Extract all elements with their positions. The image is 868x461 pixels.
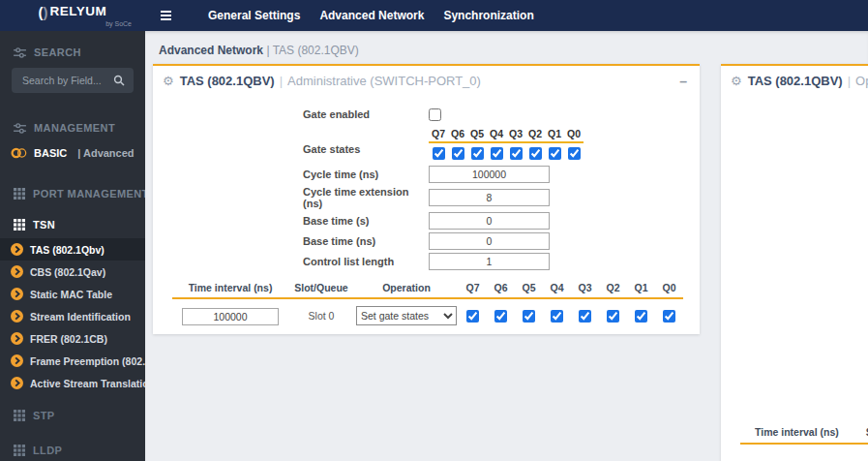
panel-subtitle: Administrative (SWITCH-PORT_0) [287,74,481,89]
sidebar-section-management: MANAGEMENT [0,114,145,141]
base-time-s-label: Base time (s) [303,215,429,227]
sidebar-search-label: SEARCH [34,46,81,58]
table-header-row: Time interval (ns) Slot/Queue Operation … [172,282,683,299]
sidebar-item-tsn[interactable]: TSN [0,211,145,238]
cycle-time-extension-label: Cycle time extension (ns) [303,186,429,209]
table-header-underline [740,443,868,445]
base-time-s-input[interactable] [429,212,550,230]
queue-checkbox[interactable] [635,310,647,323]
queue-checkbox[interactable] [471,147,484,160]
grid-icon [14,410,25,421]
sidebar-stream-id-label: Stream Identification [30,311,131,323]
top-navigation: General Settings Advanced Network Synchr… [189,9,534,22]
panel-title: TAS (802.1QBV) [180,74,275,89]
relyum-logo: () RELYUM by SoCe [0,5,145,27]
sidebar-item-active-stream-translation[interactable]: Active Stream Translation [0,372,145,394]
sidebar-management-label: MANAGEMENT [34,122,115,134]
grid-icon [14,445,25,456]
sidebar-item-tas[interactable]: TAS (802.1Qbv) [0,238,145,261]
control-list-length-input[interactable] [429,253,550,270]
sidebar-port-management-label: PORT MANAGEMENT [33,188,149,200]
toggle-rings-icon [11,147,27,159]
search-input[interactable] [20,74,113,87]
chevron-circle-icon [11,332,23,345]
chevron-circle-icon [11,243,23,256]
queue-label: Q3 [571,282,599,293]
chevron-circle-icon [11,310,23,323]
base-time-ns-label: Base time (ns) [303,235,429,247]
sidebar-frer-label: FRER (802.1CB) [30,333,107,345]
queue-label: Q3 [506,128,525,139]
base-time-ns-input[interactable] [429,232,550,250]
sidebar-item-frame-preemption[interactable]: Frame Preemption (802.1Qbu) [0,350,145,372]
time-interval-input[interactable] [182,308,279,325]
main-content: Advanced Network | TAS (802.1QBV) ⚙ TAS … [145,31,868,461]
sidebar-item-static-mac-table[interactable]: Static MAC Table [0,283,145,305]
breadcrumb-separator: | [266,44,269,57]
panel-header: ⚙ TAS (802.1QBV) | Administrative (SWITC… [153,66,700,97]
queue-label: Q1 [545,128,564,139]
queue-checkbox[interactable] [491,147,503,160]
logo-paren-right: ) [44,5,48,19]
sidebar-tas-label: TAS (802.1Qbv) [30,244,105,256]
queue-checkbox[interactable] [663,310,675,323]
queue-checkbox[interactable] [452,147,464,160]
col-operation: Operation [354,282,459,293]
sidebar-item-stream-identification[interactable]: Stream Identification [0,305,145,327]
queue-label: Q4 [543,282,571,293]
queue-checkbox[interactable] [466,310,479,323]
sidebar-ast-label: Active Stream Translation [30,378,155,389]
queue-checkbox[interactable] [433,147,445,160]
advanced-label: Advanced [83,147,135,159]
queue-label: Q2 [599,282,627,293]
gate-states-checkboxes [429,147,584,160]
queue-checkbox[interactable] [549,147,561,160]
queue-checkbox[interactable] [529,147,542,160]
cycle-time-extension-input[interactable] [429,189,550,206]
breadcrumb: Advanced Network | TAS (802.1QBV) [145,31,868,57]
cycle-time-input[interactable] [429,166,550,183]
col-queues: Q7Q6Q5Q4Q3Q2Q1Q0 [459,282,683,293]
topnav-general-settings[interactable]: General Settings [208,9,300,22]
panel-header: ⚙ TAS (802.1QBV) | Operative (SWITCH-POR… [721,66,868,97]
queue-checkbox[interactable] [579,310,591,323]
queue-checkbox[interactable] [568,147,581,160]
row-queue-checkboxes [459,310,683,323]
sidebar-search-box[interactable] [12,68,134,93]
gate-enabled-label: Gate enabled [303,108,429,120]
panel-title-separator: | [848,74,851,89]
queue-checkbox[interactable] [523,310,535,323]
col-time-interval: Time interval (ns) [755,426,839,438]
tas-admin-form: Gate enabled Gate states Q7Q6Q5Q4Q3Q2Q1Q… [153,105,700,270]
sidebar-item-frer[interactable]: FRER (802.1CB) [0,327,145,350]
queue-checkbox[interactable] [551,310,563,323]
gear-icon: ⚙ [731,74,742,89]
chevron-circle-icon [11,265,23,278]
queue-header-row: Q7Q6Q5Q4Q3Q2Q1Q0 [429,128,584,143]
topnav-synchronization[interactable]: Synchronization [443,9,533,22]
menu-hamburger-icon[interactable] [157,7,175,24]
sidebar-item-basic-advanced[interactable]: BASIC | Advanced [0,141,145,165]
basic-label: BASIC [34,147,67,159]
operative-table-header: Time interval (ns) Slot/Queue [721,426,868,445]
search-icon[interactable] [113,75,125,86]
queue-label: Q2 [525,128,545,139]
control-list-length-label: Control list length [303,256,429,267]
queue-label: Q6 [487,282,515,293]
queue-checkbox[interactable] [607,310,619,323]
panel-subtitle: Operative (SWITCH-PORT_0) [855,74,868,89]
sidebar-item-cbs[interactable]: CBS (802.1Qav) [0,261,145,283]
panel-title-separator: | [280,74,283,89]
sidebar-cbs-label: CBS (802.1Qav) [30,266,105,278]
queue-checkbox[interactable] [510,147,523,160]
table-row: Slot 0 Set gate states [172,306,683,325]
queue-checkbox[interactable] [494,310,507,323]
gate-enabled-checkbox[interactable] [429,108,441,121]
sidebar-item-stp[interactable]: STP [0,402,145,429]
topnav-advanced-network[interactable]: Advanced Network [319,9,424,22]
sidebar-item-lldp[interactable]: LLDP [0,437,145,461]
queue-label: Q7 [429,128,448,139]
operation-select[interactable]: Set gate states [356,306,457,325]
brand-name: RELYUM [50,5,107,18]
collapse-button[interactable]: – [676,77,690,86]
